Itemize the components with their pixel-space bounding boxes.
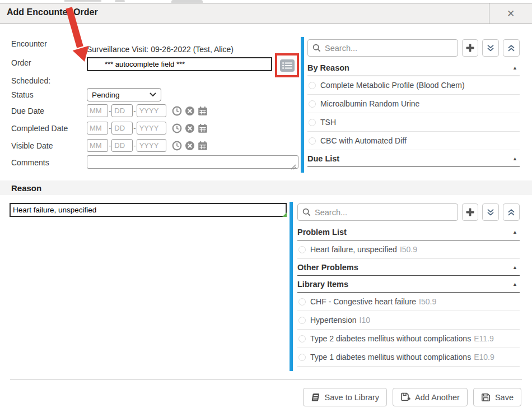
save-to-library-button[interactable]: Save to Library (303, 388, 388, 406)
reason-section-band: Reason (0, 180, 532, 195)
item-code: I10 (360, 316, 370, 325)
reason-selection-panel: Problem List▲Heart failure, unspecifiedI… (290, 202, 520, 371)
collapse-caret-icon: ▲ (512, 156, 519, 161)
chevron-down-icon (150, 92, 156, 97)
list-item[interactable]: CBC with Automated Diff (307, 132, 520, 150)
comments-textarea[interactable] (87, 155, 298, 169)
plus-icon (466, 44, 474, 52)
radio-icon[interactable] (309, 100, 316, 108)
due-date-label: Due Date (11, 107, 44, 115)
item-label: CBC with Automated Diff (320, 136, 407, 145)
radio-icon[interactable] (309, 119, 316, 126)
comments-label: Comments (11, 158, 49, 167)
calendar-icon[interactable] (198, 106, 208, 116)
clock-icon[interactable] (172, 106, 182, 116)
radio-icon[interactable] (309, 137, 316, 145)
list-item[interactable]: Complete Metabolic Profile (Blood Chem) (307, 76, 520, 95)
due-date-yyyy-input[interactable] (137, 104, 166, 117)
dialog-title: Add Encounter Order (7, 7, 98, 17)
clock-icon[interactable] (172, 123, 182, 133)
clock-icon[interactable] (172, 141, 182, 151)
list-item[interactable]: TSH (307, 113, 520, 132)
section-header-library-items[interactable]: Library Items▲ (297, 276, 520, 293)
chevron-double-up-icon (507, 209, 515, 216)
expand-all-button[interactable] (482, 203, 499, 221)
radio-icon[interactable] (298, 335, 306, 342)
item-label: Type 1 diabetes mellitus without complic… (310, 353, 471, 362)
save-button[interactable]: Save (473, 388, 521, 406)
add-another-button[interactable]: Add Another (393, 388, 468, 406)
encounter-label: Encounter (11, 39, 47, 48)
collapse-caret-icon: ▲ (512, 265, 519, 270)
collapse-all-button[interactable] (503, 203, 520, 221)
add-another-label: Add Another (415, 393, 460, 402)
close-icon: ✕ (507, 9, 515, 18)
status-select[interactable]: Pending (87, 88, 161, 101)
order-search-input[interactable] (307, 39, 458, 57)
order-lookup-highlight-box (275, 53, 299, 77)
radio-icon[interactable] (298, 354, 306, 361)
radio-icon[interactable] (298, 298, 306, 305)
plus-icon (466, 208, 474, 216)
list-item[interactable]: CHF - Congestive heart failureI50.9 (297, 293, 520, 311)
background-artifact (64, 0, 101, 2)
book-icon (311, 393, 320, 402)
item-label: Complete Metabolic Profile (Blood Chem) (320, 81, 465, 90)
save-label: Save (495, 393, 514, 402)
encounter-value: Surveillance Visit: 09-26-2022 (Test, Al… (87, 45, 234, 54)
close-button[interactable]: ✕ (489, 3, 532, 24)
status-label: Status (11, 90, 34, 99)
list-item[interactable]: Microalbumin Random Urine (307, 95, 520, 113)
chevron-double-down-icon (487, 209, 494, 216)
completed-date-dd-input[interactable] (111, 122, 133, 135)
collapse-all-button[interactable] (503, 39, 520, 57)
section-header-due-list[interactable]: Due List▲ (307, 150, 520, 167)
footer-buttons: Save to Library Add Another Save (303, 388, 521, 406)
item-code: E10.9 (474, 353, 494, 362)
background-artifact (115, 0, 125, 2)
section-title: Problem List (297, 228, 347, 237)
add-order-button[interactable] (462, 39, 478, 57)
visible-date-dd-input[interactable] (111, 139, 133, 152)
completed-date-mm-input[interactable] (87, 122, 108, 135)
clear-date-icon[interactable] (185, 141, 195, 151)
due-date-dd-input[interactable] (111, 104, 133, 117)
section-header-other-problems[interactable]: Other Problems▲ (297, 259, 520, 276)
add-reason-button[interactable] (462, 203, 478, 221)
list-item[interactable]: Type 1 diabetes mellitus without complic… (297, 348, 520, 367)
collapse-caret-icon: ▲ (512, 65, 519, 71)
radio-icon[interactable] (298, 246, 306, 253)
visible-date-yyyy-input[interactable] (137, 139, 166, 152)
radio-icon[interactable] (309, 82, 316, 89)
reason-search-input[interactable] (297, 203, 458, 221)
list-item[interactable]: HypertensionI10 (297, 311, 520, 330)
section-header-by-reason[interactable]: By Reason▲ (307, 59, 520, 76)
order-lookup-list-icon[interactable] (279, 59, 295, 72)
clear-date-icon[interactable] (185, 123, 195, 133)
section-header-problem-list[interactable]: Problem List▲ (297, 224, 520, 240)
item-label: Heart failure, unspecified (310, 245, 397, 254)
item-code: E11.9 (474, 334, 494, 343)
calendar-icon[interactable] (198, 123, 208, 133)
visible-date-mm-input[interactable] (87, 139, 108, 152)
add-another-icon (400, 392, 410, 402)
completed-date-yyyy-input[interactable] (137, 122, 166, 135)
list-item[interactable]: Heart failure, unspecifiedI50.9 (297, 240, 520, 259)
due-date-mm-input[interactable] (87, 104, 108, 117)
reason-autocomplete-input[interactable] (10, 203, 287, 217)
expand-all-button[interactable] (482, 39, 499, 57)
radio-icon[interactable] (298, 317, 306, 324)
item-label: Hypertension (310, 316, 357, 325)
clear-date-icon[interactable] (185, 106, 195, 116)
calendar-icon[interactable] (198, 141, 208, 151)
chevron-double-down-icon (487, 44, 494, 52)
list-item[interactable]: Type 2 diabetes mellitus without complic… (297, 330, 520, 348)
order-autocomplete-input[interactable] (87, 57, 272, 71)
item-label: TSH (320, 118, 336, 127)
section-title: Other Problems (297, 263, 358, 272)
section-title: Library Items (297, 280, 348, 289)
visible-date-row: -- (87, 139, 208, 152)
item-label: CHF - Congestive heart failure (310, 297, 416, 306)
add-encounter-order-dialog: Add Encounter Order ✕ Encounter Order Sc… (0, 0, 532, 412)
item-label: Microalbumin Random Urine (320, 99, 419, 108)
